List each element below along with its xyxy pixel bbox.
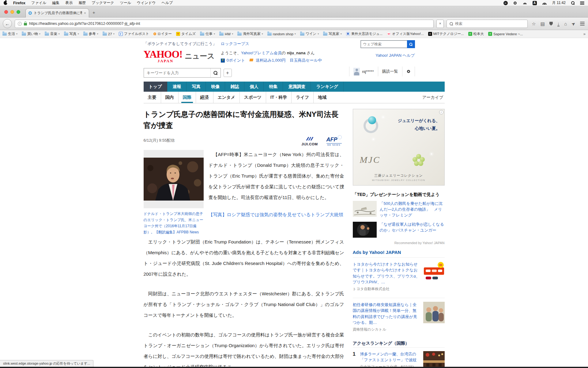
promo-link[interactable]: ロックコープス: [221, 41, 249, 46]
nav-tab-personal[interactable]: 個人: [244, 82, 264, 92]
menu-window[interactable]: ウインドウ: [137, 0, 156, 6]
web-search-input[interactable]: [360, 40, 407, 48]
bookmark-folder-reference[interactable]: 参考▾: [83, 32, 98, 36]
ted-thumbnail[interactable]: [353, 201, 377, 217]
ad-info-icon[interactable]: i: [439, 110, 443, 114]
menu-help[interactable]: ヘルプ: [162, 0, 173, 6]
ad-text[interactable]: 初任者研修の格安最短講座なら｜全国の講座情報が満載！簡単一分、無料の資料請求でぴ…: [353, 302, 420, 326]
ad-thumbnail[interactable]: [423, 261, 445, 283]
ted-item[interactable]: 「なぜ退役軍人は戦争が恋しくなるのか」セバスチャン・ユンガー: [353, 222, 445, 238]
nav-tab-video[interactable]: 映像: [206, 82, 225, 92]
ranking-item[interactable]: 1 博多ラーメンの一蘭、台湾店の「ファストエントリー」で波紋 中央社フォーカス台…: [353, 347, 445, 368]
send-page-icon[interactable]: ➤: [571, 21, 576, 27]
shield-icon[interactable]: [549, 22, 553, 26]
tab-close-icon[interactable]: ×: [84, 11, 86, 15]
home-icon[interactable]: ⌂: [564, 21, 567, 26]
photo-caption[interactable]: ドナルド・トランプ米大統領の息子のエリック・トランプ氏、米ニューヨーク州で（20…: [144, 211, 204, 236]
text-ad[interactable]: 初任者研修の格安最短講座なら｜全国の講座情報が満載！簡単一分、無料の資料請求でぴ…: [353, 298, 445, 336]
nav-tab-flash[interactable]: 速報: [167, 82, 187, 92]
reading-list-icon[interactable]: ▤: [541, 21, 545, 26]
bookmark-reuters[interactable]: ロイター: [153, 32, 172, 36]
nav-tab-ranking[interactable]: ランキング: [311, 82, 344, 92]
subnav-economy[interactable]: 経済: [196, 92, 213, 103]
menu-file[interactable]: ファイル: [31, 0, 46, 6]
bookmark-folder-wine[interactable]: ワイン▾: [300, 32, 319, 36]
minimize-window-button[interactable]: [10, 10, 14, 14]
browser-search-bar[interactable]: [447, 20, 528, 28]
shipping-sale-link[interactable]: 送料込み1,000円 目玉商品セール中: [256, 57, 322, 63]
points-link[interactable]: 0ポイント: [227, 57, 245, 63]
browser-search-input[interactable]: [455, 21, 525, 26]
ad-thumbnail[interactable]: [423, 302, 445, 323]
apple-menu-icon[interactable]: [4, 1, 7, 5]
menu-tools[interactable]: ツール: [120, 0, 131, 6]
bookmark-folder-overseas-photographers[interactable]: 海外写真家▾: [237, 32, 263, 36]
subnav-international[interactable]: 国際: [178, 92, 196, 103]
downloads-icon[interactable]: ↓: [557, 21, 560, 26]
bookmark-times[interactable]: Tタイムズ: [176, 32, 196, 36]
spotlight-icon[interactable]: [571, 1, 575, 5]
jewelry-ad-banner[interactable]: ジュエリーがくれる、 心地いい夏。 MJC 三菱ジュエリーコレクション MITS…: [353, 109, 445, 186]
bookmark-folder-music[interactable]: 音楽▾: [45, 32, 60, 36]
yahoo-japan-logo[interactable]: YAHOO! JAPAN: [144, 49, 183, 63]
afp-logo[interactable]: AFP BB NEWS: [326, 135, 342, 146]
airdrop-icon[interactable]: [523, 2, 527, 4]
ted-thumbnail[interactable]: [353, 222, 377, 238]
bookmark-folder-random-shop[interactable]: random shop▾: [267, 32, 296, 36]
menu-history[interactable]: 履歴: [78, 0, 86, 6]
web-search-button[interactable]: [407, 40, 415, 48]
text-ad[interactable]: トヨタから今だけオトクなお知らせです｜トヨタから今だけオトクなお知らせです。プリ…: [353, 257, 445, 295]
bookmarks-overflow-chevron[interactable]: »: [583, 32, 586, 36]
creative-cloud-icon[interactable]: ∞: [503, 1, 508, 5]
subnav-entertainment[interactable]: エンタメ: [213, 92, 239, 103]
bookmark-folder-photographers[interactable]: 写真家▾: [323, 32, 342, 36]
nav-tab-poll[interactable]: 意識調査: [283, 82, 311, 92]
input-source-icon[interactable]: A: [533, 1, 537, 5]
subnav-it-science[interactable]: IT・科学: [266, 92, 291, 103]
bookmark-filepost[interactable]: Fファイルポスト: [119, 32, 149, 36]
bookmark-folder-hw[interactable]: HW▾: [219, 32, 233, 36]
url-bar[interactable]: i: [15, 20, 434, 28]
bookmark-matsumoto[interactable]: •松本大: [468, 32, 484, 36]
subnav-region[interactable]: 地域: [313, 92, 331, 103]
menu-icon[interactable]: [579, 22, 585, 26]
ted-item-title[interactable]: 「なぜ退役軍人は戦争が恋しくなるのか」セバスチャン・ユンガー: [380, 222, 445, 238]
close-window-button[interactable]: [4, 10, 8, 14]
subnav-main[interactable]: 主要: [144, 92, 161, 103]
subnav-sports[interactable]: スポーツ: [239, 92, 266, 103]
zoom-window-button[interactable]: [17, 10, 20, 14]
bookmark-folder-life[interactable]: 生活▾: [2, 32, 17, 36]
bookmark-sapere-vedere[interactable]: •Sapere Vedere ~...: [488, 32, 523, 36]
ted-item-title[interactable]: 「500人の難民を乗せた船が海に沈んだ―2人の生存者の物語」 メリッサ・フレミン…: [380, 201, 445, 218]
jiji-logo[interactable]: JIJI.COM: [301, 136, 318, 146]
wifi-icon[interactable]: [542, 1, 547, 5]
subnav-domestic[interactable]: 国内: [161, 92, 178, 103]
menu-view[interactable]: 表示: [65, 0, 73, 6]
keyword-search-input[interactable]: [144, 68, 210, 77]
bookmark-folder-27[interactable]: 27▾: [103, 32, 115, 36]
nav-tab-top[interactable]: トップ: [144, 82, 168, 92]
bookmark-tufs[interactable]: 東東外大言語モジュ...: [346, 32, 383, 36]
ranking-thumbnail[interactable]: [423, 351, 445, 367]
archive-link[interactable]: アーカイブ: [422, 95, 445, 100]
settings-button[interactable]: [402, 67, 415, 76]
article-photo[interactable]: [144, 150, 204, 208]
nav-tab-feature[interactable]: 特集: [264, 82, 283, 92]
subscriptions-link[interactable]: 購読一覧: [378, 67, 402, 76]
ted-item[interactable]: 「500人の難民を乗せた船が海に沈んだ―2人の生存者の物語」 メリッサ・フレミン…: [353, 201, 445, 218]
nav-tab-photo[interactable]: 写真: [187, 82, 206, 92]
subnav-life[interactable]: ライフ: [291, 92, 313, 103]
bookmark-yahoo-office[interactable]: Y!オフィス版Yahoo!...: [387, 32, 424, 36]
premium-member-link[interactable]: Yahoo!プレミアム会員: [241, 51, 282, 55]
bookmark-star-icon[interactable]: ☆: [532, 21, 536, 26]
add-search-tab-button[interactable]: +: [224, 69, 232, 77]
status-gear-icon[interactable]: [513, 1, 517, 5]
ad-text[interactable]: トヨタから今だけオトクなお知らせです｜トヨタから今だけオトクなお知らせです。プリ…: [353, 261, 420, 285]
bookmark-mit-tech[interactable]: +MITテクノロジー...: [428, 32, 464, 36]
menu-edit[interactable]: 編集: [52, 0, 59, 6]
browser-tab[interactable]: トランプ氏息子の慈善団体に寄 ×: [25, 8, 89, 17]
nav-tab-magazine[interactable]: 雑誌: [225, 82, 244, 92]
notification-center-icon[interactable]: [580, 2, 584, 5]
bookmark-folder-photo[interactable]: 写真▾: [64, 32, 79, 36]
yahoo-help-link[interactable]: Yahoo! JAPAN ヘルプ: [375, 53, 415, 58]
